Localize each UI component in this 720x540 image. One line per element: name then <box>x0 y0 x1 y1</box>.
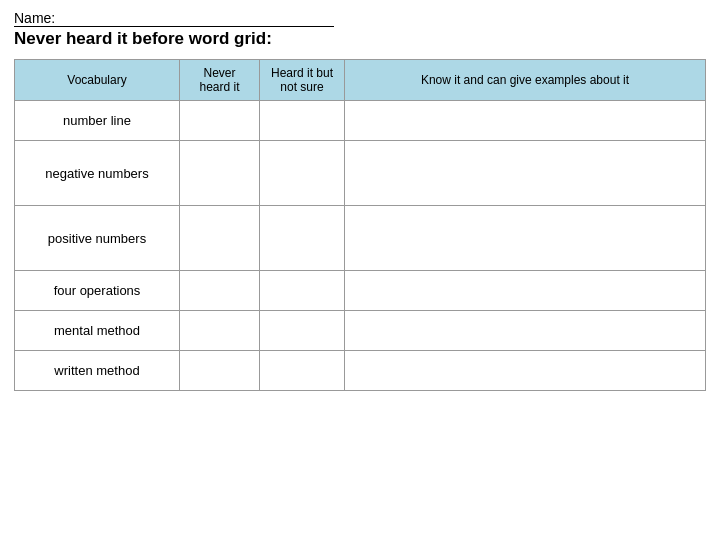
page-title-block: Name: Never heard it before word grid: <box>14 10 706 49</box>
vocab-cell-2: positive numbers <box>15 206 180 271</box>
name-label: Name: <box>14 10 334 27</box>
know-it-cell-1 <box>345 141 706 206</box>
heard-but-cell-5 <box>260 351 345 391</box>
never-heard-cell-3 <box>180 271 260 311</box>
know-it-cell-2 <box>345 206 706 271</box>
header-heard-but: Heard it but not sure <box>260 60 345 101</box>
never-heard-cell-1 <box>180 141 260 206</box>
never-heard-cell-0 <box>180 101 260 141</box>
know-it-cell-4 <box>345 311 706 351</box>
table-row: four operations <box>15 271 706 311</box>
name-line-row: Name: <box>14 10 706 29</box>
header-know-it: Know it and can give examples about it <box>345 60 706 101</box>
table-row: number line <box>15 101 706 141</box>
know-it-cell-0 <box>345 101 706 141</box>
table-row: negative numbers <box>15 141 706 206</box>
vocab-cell-3: four operations <box>15 271 180 311</box>
header-never-heard: Never heard it <box>180 60 260 101</box>
vocab-cell-5: written method <box>15 351 180 391</box>
know-it-cell-5 <box>345 351 706 391</box>
vocab-cell-0: number line <box>15 101 180 141</box>
know-it-cell-3 <box>345 271 706 311</box>
table-row: written method <box>15 351 706 391</box>
main-heading: Never heard it before word grid: <box>14 29 706 49</box>
vocab-cell-1: negative numbers <box>15 141 180 206</box>
heard-but-cell-3 <box>260 271 345 311</box>
heard-but-cell-2 <box>260 206 345 271</box>
word-grid-table: Vocabulary Never heard it Heard it but n… <box>14 59 706 391</box>
never-heard-cell-4 <box>180 311 260 351</box>
table-row: positive numbers <box>15 206 706 271</box>
heard-but-cell-4 <box>260 311 345 351</box>
header-vocabulary: Vocabulary <box>15 60 180 101</box>
table-row: mental method <box>15 311 706 351</box>
vocab-cell-4: mental method <box>15 311 180 351</box>
heard-but-cell-1 <box>260 141 345 206</box>
heard-but-cell-0 <box>260 101 345 141</box>
never-heard-cell-5 <box>180 351 260 391</box>
never-heard-cell-2 <box>180 206 260 271</box>
